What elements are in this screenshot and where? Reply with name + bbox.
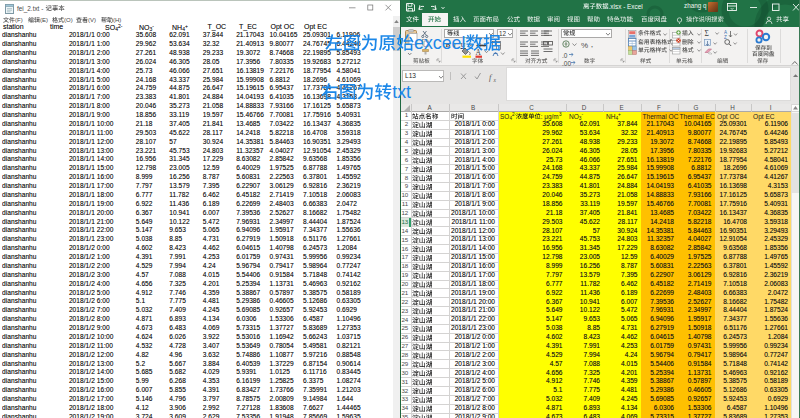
svg-text:(V): (V) <box>88 17 96 23</box>
svg-text:SO: SO <box>500 112 509 119</box>
svg-text:fei_2.txt -: fei_2.txt - <box>17 4 43 12</box>
svg-text:txt: txt <box>392 82 411 102</box>
svg-text:3: 3 <box>559 112 562 117</box>
svg-text:(E): (E) <box>40 17 48 23</box>
svg-text:+: + <box>618 112 621 117</box>
svg-text:zhang q: zhang q <box>684 3 707 11</box>
svg-text:f: f <box>489 72 493 82</box>
svg-text:(F): (F) <box>15 17 23 23</box>
svg-text:%: % <box>581 41 588 50</box>
svg-text:2-: 2- <box>512 111 517 116</box>
svg-text:,: , <box>591 40 593 49</box>
svg-text:.xlsx - Excel: .xlsx - Excel <box>608 3 642 10</box>
svg-text:NH: NH <box>606 112 616 119</box>
svg-text:(O): (O) <box>64 17 73 23</box>
svg-text:.0: .0 <box>562 52 568 59</box>
svg-text:NO: NO <box>569 112 579 119</box>
svg-text:x: x <box>492 76 496 82</box>
svg-text:(H): (H) <box>113 17 121 23</box>
svg-text:exceel: exceel <box>414 33 465 53</box>
svg-text:-: - <box>581 112 583 117</box>
svg-text:: μg/m: : μg/m <box>541 112 559 120</box>
